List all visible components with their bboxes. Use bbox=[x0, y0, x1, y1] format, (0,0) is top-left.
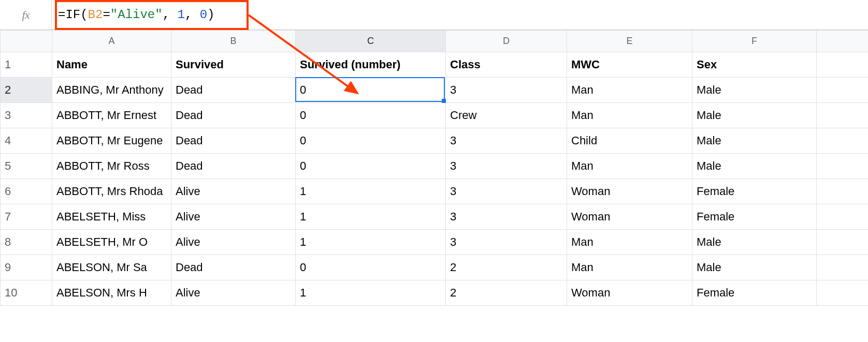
cell[interactable]: Crew bbox=[446, 103, 567, 128]
cell[interactable] bbox=[817, 52, 869, 78]
cell[interactable]: 1 bbox=[296, 204, 446, 230]
cell[interactable]: ABELSON, Mr Sa bbox=[52, 255, 171, 280]
cell[interactable]: 3 bbox=[446, 154, 567, 179]
cell[interactable]: 3 bbox=[446, 128, 567, 154]
cell[interactable]: Dead bbox=[171, 255, 296, 280]
corner-select-all[interactable] bbox=[1, 31, 52, 52]
cell[interactable]: Alive bbox=[171, 280, 296, 306]
cell[interactable]: ABBOTT, Mr Eugene bbox=[52, 128, 171, 154]
cell[interactable] bbox=[817, 179, 869, 204]
cell[interactable]: 3 bbox=[446, 230, 567, 255]
cell[interactable]: ABELSON, Mrs H bbox=[52, 280, 171, 306]
cell[interactable]: Male bbox=[692, 128, 817, 154]
cell[interactable]: 3 bbox=[446, 179, 567, 204]
cell[interactable]: 1 bbox=[296, 230, 446, 255]
cell[interactable]: ABELSETH, Miss bbox=[52, 204, 171, 230]
formula-token: B2 bbox=[88, 8, 103, 22]
cell[interactable]: Female bbox=[692, 280, 817, 306]
row-header-10[interactable]: 10 bbox=[1, 280, 52, 306]
column-header-a[interactable]: A bbox=[52, 31, 171, 52]
cell[interactable]: 0 bbox=[296, 154, 446, 179]
cell[interactable] bbox=[817, 280, 869, 306]
cell[interactable]: Child bbox=[567, 128, 692, 154]
cell[interactable]: 0 bbox=[296, 128, 446, 154]
cell[interactable]: Man bbox=[567, 154, 692, 179]
cell[interactable]: Male bbox=[692, 255, 817, 280]
cell[interactable]: Dead bbox=[171, 103, 296, 128]
cell[interactable]: ABBOTT, Mrs Rhoda bbox=[52, 179, 171, 204]
cell[interactable]: Male bbox=[692, 78, 817, 103]
cell[interactable] bbox=[817, 78, 869, 103]
row-header-4[interactable]: 4 bbox=[1, 128, 52, 154]
cell[interactable]: Alive bbox=[171, 204, 296, 230]
cell[interactable]: 0 bbox=[296, 78, 446, 103]
cell[interactable]: 0 bbox=[296, 255, 446, 280]
column-header-e[interactable]: E bbox=[567, 31, 692, 52]
header-cell[interactable]: Class bbox=[446, 52, 567, 78]
cell[interactable]: 1 bbox=[296, 280, 446, 306]
cell[interactable]: ABBING, Mr Anthony bbox=[52, 78, 171, 103]
cell[interactable]: 2 bbox=[446, 255, 567, 280]
formula-token: , bbox=[163, 8, 178, 22]
cell[interactable]: ABBOTT, Mr Ernest bbox=[52, 103, 171, 128]
formula-token: = bbox=[103, 8, 110, 22]
cell[interactable]: Woman bbox=[567, 179, 692, 204]
cell[interactable]: Male bbox=[692, 103, 817, 128]
cell[interactable]: Man bbox=[567, 230, 692, 255]
cell[interactable]: Male bbox=[692, 154, 817, 179]
formula-token: , bbox=[185, 8, 200, 22]
column-header-b[interactable]: B bbox=[171, 31, 296, 52]
cell[interactable]: Female bbox=[692, 204, 817, 230]
row-header-9[interactable]: 9 bbox=[1, 255, 52, 280]
row-header-7[interactable]: 7 bbox=[1, 204, 52, 230]
fx-icon: fx bbox=[0, 0, 52, 29]
column-header-f[interactable]: F bbox=[692, 31, 817, 52]
row-header-2[interactable]: 2 bbox=[1, 78, 52, 103]
cell[interactable] bbox=[817, 255, 869, 280]
cell[interactable]: Man bbox=[567, 78, 692, 103]
cell[interactable]: Dead bbox=[171, 78, 296, 103]
formula-token: =IF( bbox=[58, 8, 88, 22]
cell[interactable]: 3 bbox=[446, 78, 567, 103]
cell[interactable] bbox=[817, 154, 869, 179]
cell[interactable]: Dead bbox=[171, 154, 296, 179]
cell[interactable]: 0 bbox=[296, 103, 446, 128]
cell[interactable]: Alive bbox=[171, 179, 296, 204]
row-header-6[interactable]: 6 bbox=[1, 179, 52, 204]
fill-handle[interactable] bbox=[442, 99, 446, 103]
cell[interactable]: 1 bbox=[296, 179, 446, 204]
cell[interactable]: Male bbox=[692, 230, 817, 255]
row-header-1[interactable]: 1 bbox=[1, 52, 52, 78]
cell[interactable] bbox=[817, 128, 869, 154]
header-cell[interactable]: Survived (number) bbox=[296, 52, 446, 78]
cell[interactable] bbox=[817, 230, 869, 255]
cell[interactable]: Man bbox=[567, 255, 692, 280]
cell[interactable]: 2 bbox=[446, 280, 567, 306]
header-cell[interactable]: Survived bbox=[171, 52, 296, 78]
cell[interactable] bbox=[817, 103, 869, 128]
spreadsheet-grid[interactable]: ABCDEF1NameSurvivedSurvived (number)Clas… bbox=[0, 30, 868, 306]
cell[interactable]: Woman bbox=[567, 204, 692, 230]
header-cell[interactable]: Sex bbox=[692, 52, 817, 78]
header-cell[interactable]: Name bbox=[52, 52, 171, 78]
row-header-3[interactable]: 3 bbox=[1, 103, 52, 128]
cell[interactable]: Female bbox=[692, 179, 817, 204]
header-cell[interactable]: MWC bbox=[567, 52, 692, 78]
cell[interactable]: Alive bbox=[171, 230, 296, 255]
cell[interactable]: Man bbox=[567, 103, 692, 128]
column-header-d[interactable]: D bbox=[446, 31, 567, 52]
cell[interactable]: Dead bbox=[171, 128, 296, 154]
formula-input[interactable]: =IF(B2="Alive", 1, 0) bbox=[52, 0, 868, 29]
row-header-8[interactable]: 8 bbox=[1, 230, 52, 255]
cell[interactable] bbox=[817, 204, 869, 230]
cell[interactable]: ABBOTT, Mr Ross bbox=[52, 154, 171, 179]
cell[interactable]: 3 bbox=[446, 204, 567, 230]
cell[interactable]: ABELSETH, Mr O bbox=[52, 230, 171, 255]
formula-token: ) bbox=[207, 8, 214, 22]
column-header-blank[interactable] bbox=[817, 31, 869, 52]
column-header-c[interactable]: C bbox=[296, 31, 446, 52]
row-header-5[interactable]: 5 bbox=[1, 154, 52, 179]
formula-token: "Alive" bbox=[110, 8, 163, 22]
cell[interactable]: Woman bbox=[567, 280, 692, 306]
formula-token: 0 bbox=[200, 8, 207, 22]
